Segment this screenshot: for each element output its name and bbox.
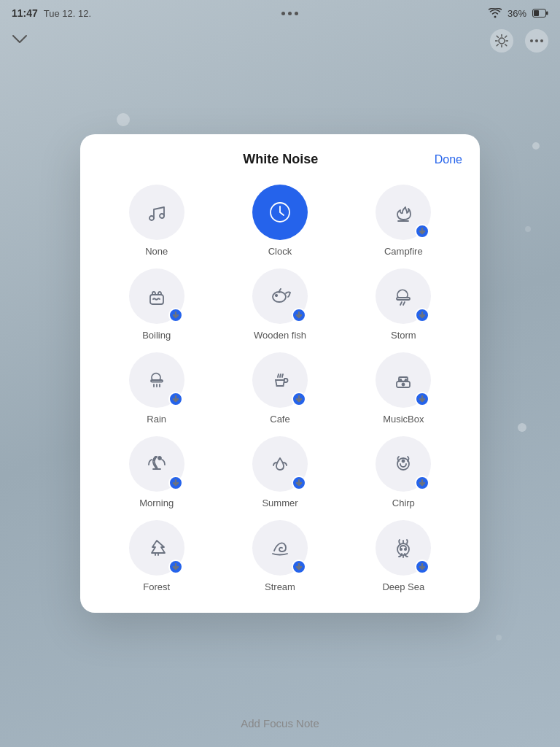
deep-sea-icon-wrap xyxy=(376,520,431,576)
musicbox-icon-wrap xyxy=(376,352,431,408)
svg-point-25 xyxy=(402,384,405,386)
chirp-label: Chirp xyxy=(392,498,415,508)
noise-item-stream[interactable]: Stream xyxy=(221,520,338,592)
wooden-fish-label: Wooden fish xyxy=(254,330,306,341)
morning-icon-wrap xyxy=(129,436,184,492)
musicbox-download-badge xyxy=(415,392,429,406)
summer-icon-wrap xyxy=(252,436,308,492)
summer-icon xyxy=(267,451,293,477)
cafe-label: Cafe xyxy=(270,414,289,425)
rain-download-badge xyxy=(168,392,183,406)
campfire-download-badge xyxy=(415,224,429,239)
svg-rect-21 xyxy=(397,298,410,300)
campfire-label: Campfire xyxy=(384,246,423,257)
morning-label: Morning xyxy=(139,498,174,508)
none-label: None xyxy=(145,246,168,257)
rain-icon-wrap xyxy=(129,352,184,408)
morning-download-badge xyxy=(168,476,183,490)
boiling-icon xyxy=(144,283,170,309)
noise-item-morning[interactable]: Morning xyxy=(98,436,215,508)
noise-item-musicbox[interactable]: MusicBox xyxy=(345,352,462,425)
noise-grid: None Clock xyxy=(98,185,462,592)
clock-label: Clock xyxy=(268,246,292,257)
deep-sea-label: Deep Sea xyxy=(382,581,424,592)
musicbox-label: MusicBox xyxy=(383,414,424,425)
music-note-icon xyxy=(144,199,170,225)
cafe-download-badge xyxy=(292,392,306,406)
musicbox-icon xyxy=(390,367,416,393)
noise-item-chirp[interactable]: Chirp xyxy=(345,436,462,508)
done-button[interactable]: Done xyxy=(435,153,462,166)
svg-point-16 xyxy=(160,214,164,218)
noise-item-wooden-fish[interactable]: Wooden fish xyxy=(221,268,338,341)
noise-item-boiling[interactable]: Boiling xyxy=(98,268,215,341)
svg-point-30 xyxy=(400,549,402,550)
rain-icon xyxy=(144,367,170,393)
wooden-fish-icon-wrap xyxy=(252,268,308,324)
summer-download-badge xyxy=(292,476,306,490)
stream-icon xyxy=(267,535,293,561)
forest-icon-wrap xyxy=(129,520,184,576)
campfire-icon-wrap xyxy=(376,185,431,240)
modal-header: White Noise Done xyxy=(98,152,462,167)
svg-point-19 xyxy=(273,292,286,302)
rain-label: Rain xyxy=(147,414,166,425)
stream-icon-wrap xyxy=(252,520,308,576)
noise-item-deep-sea[interactable]: Deep Sea xyxy=(345,520,462,592)
forest-download-badge xyxy=(168,560,183,574)
cafe-icon-wrap xyxy=(252,352,308,408)
storm-icon xyxy=(390,283,416,309)
cafe-icon xyxy=(267,367,293,393)
morning-icon xyxy=(144,451,170,477)
forest-icon xyxy=(144,535,170,561)
boiling-download-badge xyxy=(168,308,183,322)
deep-sea-download-badge xyxy=(415,560,429,574)
wooden-fish-icon xyxy=(267,283,293,309)
noise-item-campfire[interactable]: Campfire xyxy=(345,185,462,257)
chirp-download-badge xyxy=(415,476,429,490)
storm-download-badge xyxy=(415,308,429,322)
wooden-fish-download-badge xyxy=(292,308,306,322)
clock-icon-wrap xyxy=(252,185,308,240)
noise-item-none[interactable]: None xyxy=(98,185,215,257)
clock-icon xyxy=(267,199,293,225)
stream-download-badge xyxy=(292,560,306,574)
noise-item-rain[interactable]: Rain xyxy=(98,352,215,425)
svg-point-15 xyxy=(149,216,154,220)
noise-item-summer[interactable]: Summer xyxy=(221,436,338,508)
svg-rect-22 xyxy=(151,380,163,382)
stream-label: Stream xyxy=(265,581,295,592)
chirp-icon xyxy=(390,451,416,477)
noise-item-clock[interactable]: Clock xyxy=(221,185,338,257)
svg-point-31 xyxy=(405,549,406,550)
modal-title: White Noise xyxy=(127,152,435,167)
noise-item-forest[interactable]: Forest xyxy=(98,520,215,592)
svg-point-28 xyxy=(402,460,405,462)
white-noise-modal: White Noise Done None xyxy=(80,134,480,613)
svg-point-26 xyxy=(158,457,161,460)
storm-icon-wrap xyxy=(376,268,431,324)
noise-item-cafe[interactable]: Cafe xyxy=(221,352,338,425)
noise-item-storm[interactable]: Storm xyxy=(345,268,462,341)
none-icon-wrap xyxy=(129,185,184,240)
boiling-icon-wrap xyxy=(129,268,184,324)
boiling-label: Boiling xyxy=(142,330,171,341)
storm-label: Storm xyxy=(391,330,416,341)
campfire-icon xyxy=(390,199,416,225)
summer-label: Summer xyxy=(262,498,298,508)
forest-label: Forest xyxy=(143,581,170,592)
deep-sea-icon xyxy=(390,535,416,561)
modal-overlay: White Noise Done None xyxy=(0,0,560,747)
svg-point-20 xyxy=(276,295,277,296)
chirp-icon-wrap xyxy=(376,436,431,492)
